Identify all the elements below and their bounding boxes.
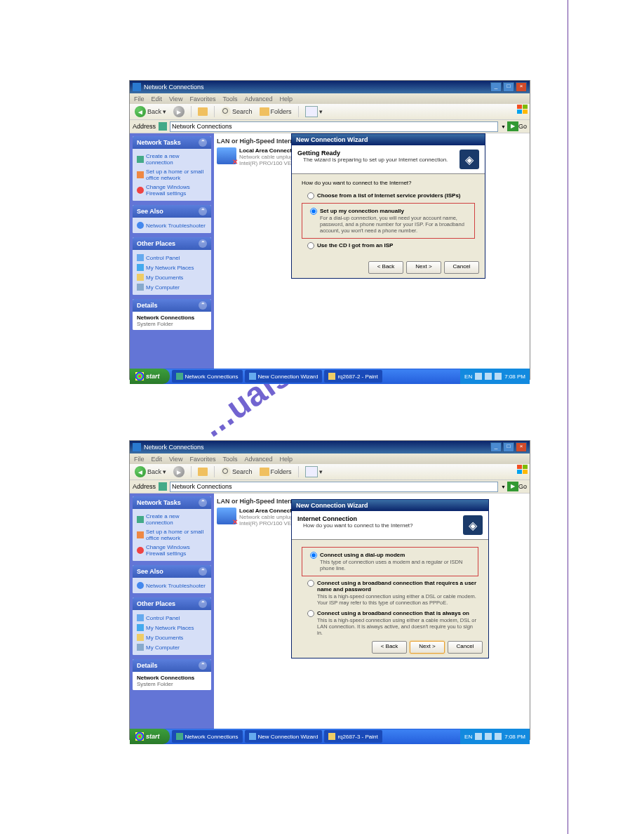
search-button[interactable]: Search — [219, 467, 255, 477]
chevron-icon: ⌃ — [199, 138, 207, 147]
menu-favorites[interactable]: Favorites — [189, 456, 215, 463]
tray-icon[interactable] — [475, 733, 482, 740]
link-control-panel[interactable]: Control Panel — [137, 253, 207, 263]
task-create-connection[interactable]: Create a new connection — [137, 152, 207, 167]
taskbar-item[interactable]: New Connection Wizard — [245, 730, 323, 743]
task-setup-network[interactable]: Set up a home or small office network — [137, 527, 207, 543]
back-button[interactable]: ◄Back▾ — [133, 466, 168, 477]
up-button[interactable] — [196, 468, 210, 476]
lang-indicator[interactable]: EN — [464, 373, 472, 380]
menu-advanced[interactable]: Advanced — [244, 95, 272, 102]
task-setup-network[interactable]: Set up a home or small office network — [137, 167, 207, 183]
tray-icon[interactable] — [495, 733, 502, 740]
search-button[interactable]: Search — [219, 107, 255, 117]
panel-header-network-tasks[interactable]: Network Tasks⌃ — [133, 136, 211, 149]
back-button[interactable]: ◄Back▾ — [133, 106, 168, 117]
radio-isp-list[interactable] — [307, 192, 314, 199]
back-button[interactable]: < Back — [372, 641, 407, 654]
taskbar-item[interactable]: Network Connections — [172, 730, 243, 743]
cancel-button[interactable]: Cancel — [444, 261, 479, 274]
svg-rect-1 — [523, 105, 528, 109]
taskbar-item[interactable]: New Connection Wizard — [245, 370, 323, 383]
tray-icon[interactable] — [485, 373, 492, 380]
taskbar-item[interactable]: rq2687-3 - Paint — [324, 730, 382, 743]
next-button[interactable]: Next > — [410, 641, 445, 654]
option-broadband-auth[interactable]: Connect using a broadband connection tha… — [302, 578, 478, 608]
tray-icon[interactable] — [475, 373, 482, 380]
go-button[interactable]: ▶ — [507, 121, 518, 131]
chevron-icon: ⌃ — [199, 239, 207, 248]
radio-broadband-always[interactable] — [307, 610, 314, 617]
task-create-connection[interactable]: Create a new connection — [137, 512, 207, 527]
radio-manual[interactable] — [310, 208, 317, 215]
start-button[interactable]: start — [130, 729, 170, 744]
up-button[interactable] — [196, 107, 210, 116]
menu-file[interactable]: File — [134, 456, 145, 463]
panel-header-network-tasks[interactable]: Network Tasks⌃ — [133, 496, 211, 509]
minimize-button[interactable]: _ — [490, 442, 502, 452]
tray-icon[interactable] — [495, 373, 502, 380]
radio-cd[interactable] — [307, 242, 314, 249]
menu-view[interactable]: View — [169, 95, 182, 102]
views-button[interactable]: ▾ — [303, 466, 325, 477]
address-input[interactable] — [170, 121, 498, 132]
menu-favorites[interactable]: Favorites — [189, 95, 215, 102]
folders-button[interactable]: Folders — [257, 107, 294, 116]
taskbar-item[interactable]: Network Connections — [172, 370, 243, 383]
forward-button[interactable]: ► — [171, 466, 187, 477]
lang-indicator[interactable]: EN — [464, 734, 472, 740]
menu-view[interactable]: View — [169, 456, 182, 463]
option-dialup[interactable]: Connect using a dial-up modem This type … — [304, 550, 476, 574]
go-button[interactable]: ▶ — [507, 482, 518, 491]
wizard-question: How do you want to connect to the Intern… — [302, 180, 475, 186]
link-my-computer[interactable]: My Computer — [137, 642, 207, 652]
wizard-subheading: The wizard is preparing to set up your I… — [297, 157, 459, 163]
option-cd[interactable]: Use the CD I got from an ISP — [302, 240, 475, 251]
panel-header-details[interactable]: Details⌃ — [133, 299, 211, 312]
menu-advanced[interactable]: Advanced — [244, 456, 272, 463]
menu-help[interactable]: Help — [279, 95, 293, 102]
link-troubleshooter[interactable]: Network Troubleshooter — [137, 581, 207, 590]
radio-dialup[interactable] — [310, 552, 317, 559]
panel-header-details[interactable]: Details⌃ — [133, 659, 211, 672]
maximize-button[interactable]: □ — [503, 82, 514, 92]
link-documents[interactable]: My Documents — [137, 272, 207, 282]
task-firewall[interactable]: Change Windows Firewall settings — [137, 543, 207, 558]
panel-header-see-also[interactable]: See Also⌃ — [133, 205, 211, 218]
menu-edit[interactable]: Edit — [152, 456, 163, 463]
panel-header-other-places[interactable]: Other Places⌃ — [133, 237, 211, 250]
close-button[interactable]: × — [516, 82, 527, 92]
cancel-button[interactable]: Cancel — [448, 641, 483, 654]
window-titlebar: Network Connections _ □ × — [130, 441, 530, 454]
close-button[interactable]: × — [516, 442, 527, 452]
address-input[interactable] — [170, 482, 498, 492]
option-isp-list[interactable]: Choose from a list of Internet service p… — [302, 190, 475, 201]
link-network-places[interactable]: My Network Places — [137, 263, 207, 272]
menu-edit[interactable]: Edit — [152, 95, 163, 102]
menu-file[interactable]: File — [134, 95, 145, 102]
option-manual[interactable]: Set up my connection manually For a dial… — [304, 206, 472, 236]
menu-tools[interactable]: Tools — [222, 95, 237, 102]
menu-help[interactable]: Help — [279, 456, 293, 463]
taskbar-item[interactable]: rq2687-2 - Paint — [324, 370, 382, 383]
views-button[interactable]: ▾ — [303, 106, 325, 117]
back-button[interactable]: < Back — [368, 261, 403, 274]
task-firewall[interactable]: Change Windows Firewall settings — [137, 183, 207, 198]
option-broadband-always[interactable]: Connect using a broadband connection tha… — [302, 608, 478, 638]
maximize-button[interactable]: □ — [503, 442, 514, 452]
link-troubleshooter[interactable]: Network Troubleshooter — [137, 220, 207, 230]
minimize-button[interactable]: _ — [490, 82, 502, 92]
next-button[interactable]: Next > — [406, 261, 441, 274]
start-button[interactable]: start — [130, 369, 170, 384]
link-documents[interactable]: My Documents — [137, 633, 207, 642]
folders-button[interactable]: Folders — [257, 468, 294, 476]
link-network-places[interactable]: My Network Places — [137, 623, 207, 633]
panel-header-other-places[interactable]: Other Places⌃ — [133, 597, 211, 610]
radio-broadband-auth[interactable] — [307, 580, 314, 587]
menu-tools[interactable]: Tools — [222, 456, 237, 463]
tray-icon[interactable] — [485, 733, 492, 740]
panel-header-see-also[interactable]: See Also⌃ — [133, 565, 211, 578]
forward-button[interactable]: ► — [171, 106, 187, 117]
link-control-panel[interactable]: Control Panel — [137, 613, 207, 623]
link-my-computer[interactable]: My Computer — [137, 282, 207, 292]
